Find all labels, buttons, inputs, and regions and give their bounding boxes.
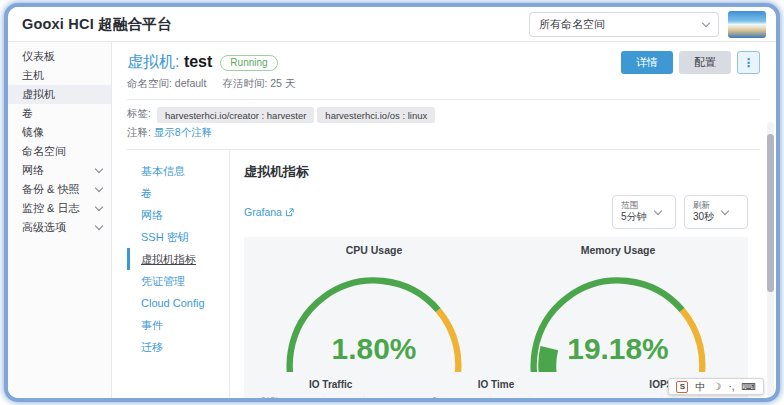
gauges-row: CPU Usage1.80%Memory Usage19.18% <box>252 244 740 376</box>
ime-moon-icon[interactable]: ☽ <box>712 382 721 392</box>
charts-row: IO Traffic5 kB/s4 kB/s3 kB/sIO Time2 ms1… <box>252 379 740 400</box>
io-time-chart-panel: IO Time2 ms1.50 ms1 ms <box>417 379 574 400</box>
subnav-item-网络[interactable]: 网络 <box>127 204 229 226</box>
detail-subnav: 基本信息卷网络SSH 密钥虚拟机指标凭证管理Cloud Config事件迁移 <box>127 150 229 400</box>
vm-title-prefix[interactable]: 虚拟机: <box>127 53 184 70</box>
sidebar-item-命名空间[interactable]: 命名空间 <box>8 142 111 161</box>
metrics-panel: CPU Usage1.80%Memory Usage19.18% IO Traf… <box>244 237 748 400</box>
range-value: 5分钟 <box>621 211 647 224</box>
sidebar-item-label: 命名空间 <box>22 144 102 159</box>
age-meta: 存活时间: 25 天 <box>222 77 295 91</box>
ime-punctuation-icon[interactable]: ·, <box>728 382 734 392</box>
memory-usage-gauge: 19.18% <box>496 256 740 372</box>
chevron-down-icon <box>702 18 710 26</box>
sidebar-item-虚拟机[interactable]: 虚拟机 <box>8 85 111 104</box>
sidebar-item-label: 卷 <box>22 106 102 121</box>
namespace-filter-value: 所有命名空间 <box>539 17 605 32</box>
user-avatar[interactable] <box>728 11 766 38</box>
more-actions-button[interactable]: ⋮ <box>737 51 760 74</box>
header-actions: 详情 配置 ⋮ <box>621 51 760 74</box>
refresh-select[interactable]: 刷新 30秒 <box>684 195 748 229</box>
tags-label: 标签: <box>127 107 151 121</box>
range-select[interactable]: 范围 5分钟 <box>612 195 676 229</box>
sidebar-item-label: 高级选项 <box>22 220 96 235</box>
subnav-item-Cloud Config[interactable]: Cloud Config <box>127 292 229 314</box>
vm-detail-card: 基本信息卷网络SSH 密钥虚拟机指标凭证管理Cloud Config事件迁移 虚… <box>127 149 760 400</box>
ime-sogou-icon[interactable]: S <box>676 381 688 393</box>
subnav-item-凭证管理[interactable]: 凭证管理 <box>127 270 229 292</box>
io-time-chart: 2 ms1.50 ms1 ms <box>417 392 574 400</box>
chevron-down-icon <box>95 184 103 192</box>
ime-language-icon[interactable]: 中 <box>695 382 705 392</box>
chevron-down-icon <box>95 165 103 173</box>
sidebar-item-监控 & 日志[interactable]: 监控 & 日志 <box>8 199 111 218</box>
sidebar-item-高级选项[interactable]: 高级选项 <box>8 218 111 237</box>
io-traffic-chart: 5 kB/s4 kB/s3 kB/s <box>252 392 409 400</box>
annotations-row: 注释: 显示8个注释 <box>127 126 760 140</box>
details-button[interactable]: 详情 <box>621 51 673 74</box>
metrics-heading: 虚拟机指标 <box>244 163 748 181</box>
refresh-label: 刷新 <box>693 200 714 211</box>
sidebar-item-仪表板[interactable]: 仪表板 <box>8 47 111 66</box>
gauge-title: Memory Usage <box>496 244 740 256</box>
subnav-item-SSH 密钥[interactable]: SSH 密钥 <box>127 226 229 248</box>
subnav-item-事件[interactable]: 事件 <box>127 314 229 336</box>
app-title: Gooxi HCI 超融合平台 <box>22 15 172 34</box>
divider <box>127 99 760 100</box>
refresh-value: 30秒 <box>693 211 714 224</box>
tags-row: 标签: harvesterhci.io/creator : harvester … <box>127 107 760 121</box>
memory-usage-gauge-panel: Memory Usage19.18% <box>496 244 740 376</box>
subnav-item-卷[interactable]: 卷 <box>127 182 229 204</box>
grafana-link[interactable]: Grafana <box>244 206 294 218</box>
show-annotations-link[interactable]: 显示8个注释 <box>154 126 212 138</box>
svg-text:1.80%: 1.80% <box>332 332 417 365</box>
svg-text:19.18%: 19.18% <box>567 332 668 365</box>
external-link-icon <box>285 208 294 217</box>
vm-name: test <box>184 53 212 70</box>
sidebar-item-label: 备份 & 快照 <box>22 182 96 197</box>
grafana-label: Grafana <box>244 206 282 218</box>
tag-chips: harvesterhci.io/creator : harvester harv… <box>157 108 435 120</box>
chevron-down-icon <box>721 206 729 214</box>
sidebar-item-label: 主机 <box>22 68 102 83</box>
ime-toolbar: S中☽·,⌨ <box>668 378 764 395</box>
cpu-usage-gauge-panel: CPU Usage1.80% <box>252 244 496 376</box>
svg-text:5 kB/s: 5 kB/s <box>261 396 281 400</box>
annotations-label: 注释: <box>127 126 151 138</box>
cpu-usage-gauge: 1.80% <box>252 256 496 372</box>
gauge-title: CPU Usage <box>252 244 496 256</box>
main-area: 虚拟机: test Running 详情 配置 ⋮ 命名空间: default … <box>112 42 776 400</box>
chevron-down-icon <box>95 222 103 230</box>
ime-keyboard-icon[interactable]: ⌨ <box>742 382 756 392</box>
chevron-down-icon <box>95 203 103 211</box>
top-bar: Gooxi HCI 超融合平台 所有命名空间 <box>8 7 776 42</box>
sidebar-item-备份 & 快照[interactable]: 备份 & 快照 <box>8 180 111 199</box>
sidebar-item-网络[interactable]: 网络 <box>8 161 111 180</box>
detail-content: 虚拟机指标 Grafana 范围 <box>229 150 760 400</box>
config-button[interactable]: 配置 <box>679 51 731 74</box>
sidebar-item-label: 虚拟机 <box>22 87 102 102</box>
sidebar-item-label: 仪表板 <box>22 49 102 64</box>
sidebar-item-镜像[interactable]: 镜像 <box>8 123 111 142</box>
body-row: 仪表板主机虚拟机卷镜像命名空间网络备份 & 快照监控 & 日志高级选项 虚拟机:… <box>8 42 776 400</box>
scrollbar-thumb[interactable] <box>767 134 774 292</box>
app-window: Gooxi HCI 超融合平台 所有命名空间 仪表板主机虚拟机卷镜像命名空间网络… <box>4 3 780 402</box>
sidebar-item-主机[interactable]: 主机 <box>8 66 111 85</box>
tag-chip: harvesterhci.io/creator : harvester <box>157 107 315 123</box>
subnav-item-虚拟机指标[interactable]: 虚拟机指标 <box>127 248 229 270</box>
topbar-right: 所有命名空间 <box>529 11 766 38</box>
sidebar-item-label: 监控 & 日志 <box>22 201 96 216</box>
range-label: 范围 <box>621 200 647 211</box>
sidebar-nav: 仪表板主机虚拟机卷镜像命名空间网络备份 & 快照监控 & 日志高级选项 <box>8 42 112 400</box>
metrics-controls: Grafana 范围 5分钟 <box>244 195 748 229</box>
subnav-item-迁移[interactable]: 迁移 <box>127 336 229 358</box>
svg-text:0.400 io/s: 0.400 io/s <box>592 397 623 400</box>
sidebar-item-卷[interactable]: 卷 <box>8 104 111 123</box>
chevron-down-icon <box>653 206 661 214</box>
chart-title: IO Time <box>417 379 574 390</box>
namespace-filter-select[interactable]: 所有命名空间 <box>529 12 719 37</box>
sidebar-item-label: 镜像 <box>22 125 102 140</box>
subnav-item-基本信息[interactable]: 基本信息 <box>127 160 229 182</box>
svg-text:2 ms: 2 ms <box>433 396 449 400</box>
namespace-meta: 命名空间: default <box>127 77 206 91</box>
